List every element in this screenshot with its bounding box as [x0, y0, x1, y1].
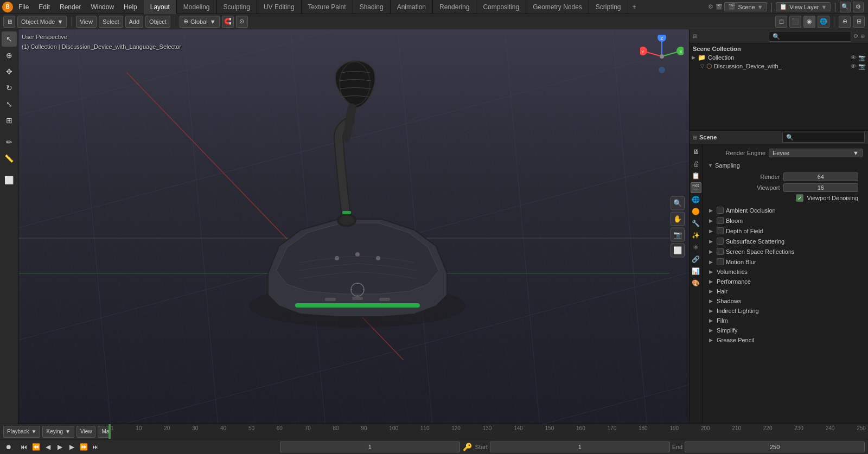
view-menu-btn[interactable]: View — [76, 16, 97, 28]
search-button[interactable]: 🔍 — [840, 2, 851, 12]
menu-help[interactable]: Help — [119, 2, 142, 12]
proportional-edit-btn[interactable]: ⊙ — [236, 16, 248, 28]
select-tool-btn[interactable]: ↖ — [2, 31, 17, 47]
gizmo-btn[interactable]: ⊞ — [853, 16, 865, 28]
world-props-icon[interactable]: 🌐 — [691, 194, 701, 205]
current-frame-input[interactable]: 1 — [280, 442, 460, 452]
film-section[interactable]: ▶ Film — [706, 316, 865, 325]
tab-texture-paint[interactable]: Texture Paint — [302, 0, 353, 14]
menu-file[interactable]: File — [14, 2, 33, 12]
outliner-item-collection[interactable]: ▶ 📁 Collection 👁 📷 — [690, 53, 868, 62]
render-props-icon[interactable]: 🖥 — [691, 146, 701, 157]
view-layer-props-icon[interactable]: 📋 — [691, 170, 701, 181]
data-props-icon[interactable]: 📊 — [691, 266, 701, 277]
filter-button[interactable]: ⚙ — [853, 2, 864, 12]
object-mode-dropdown[interactable]: Object Mode ▼ — [17, 16, 67, 28]
dof-section[interactable]: ▶ Depth of Field — [706, 226, 865, 236]
playback-dropdown[interactable]: Playback ▼ — [3, 426, 40, 438]
viewport-shading-solid[interactable]: ⬛ — [789, 16, 801, 28]
tab-sculpting[interactable]: Sculpting — [217, 0, 257, 14]
scene-props-icon[interactable]: 🎬 — [691, 182, 701, 193]
modifier-props-icon[interactable]: 🔧 — [691, 218, 701, 229]
collection-render-icon[interactable]: 📷 — [858, 54, 866, 61]
viewport-shading-render[interactable]: 🌐 — [818, 16, 829, 28]
stop-btn[interactable]: ⏺ — [3, 442, 14, 452]
outliner-search[interactable] — [769, 31, 851, 42]
step-forward-btn[interactable]: ▶ — [66, 442, 77, 452]
move-tool-btn[interactable]: ✥ — [2, 64, 17, 79]
view-layer-selector[interactable]: 📋 View Layer ▼ — [776, 2, 831, 11]
sss-checkbox[interactable] — [717, 238, 724, 245]
object-props-icon[interactable]: 🟠 — [691, 206, 701, 217]
simplify-section[interactable]: ▶ Simplify — [706, 325, 865, 335]
jump-prev-keyframe-btn[interactable]: ⏪ — [30, 442, 41, 452]
indirect-lighting-section[interactable]: ▶ Indirect Lighting — [706, 306, 865, 316]
viewport-samples-input[interactable]: 16 — [783, 183, 859, 192]
hair-section[interactable]: ▶ Hair — [706, 286, 865, 296]
play-btn[interactable]: ▶ — [54, 442, 65, 452]
menu-render[interactable]: Render — [55, 2, 85, 12]
tab-uv-editing[interactable]: UV Editing — [257, 0, 302, 14]
tab-rendering[interactable]: Rendering — [433, 0, 476, 14]
particle-props-icon[interactable]: ✨ — [691, 230, 701, 241]
cursor-tool-btn[interactable]: ⊕ — [2, 48, 17, 63]
constraint-props-icon[interactable]: 🔗 — [691, 254, 701, 265]
tab-modeling[interactable]: Modeling — [177, 0, 217, 14]
add-workspace-button[interactable]: + — [628, 0, 641, 14]
transform-space-dropdown[interactable]: ⊕ Global ▼ — [180, 16, 220, 28]
sampling-section-header[interactable]: ▼ Sampling — [706, 161, 865, 170]
camera-view-btn[interactable]: 📷 — [671, 227, 685, 241]
motion-blur-section[interactable]: ▶ Motion Blur — [706, 257, 865, 267]
dof-checkbox[interactable] — [717, 227, 724, 234]
end-frame-input[interactable]: 250 — [685, 442, 865, 452]
keying-dropdown[interactable]: Keying ▼ — [42, 426, 74, 438]
device-view-icon[interactable]: 👁 — [851, 63, 857, 70]
viewport-shading-material[interactable]: ◉ — [803, 16, 815, 28]
render-samples-input[interactable]: 64 — [783, 172, 859, 181]
menu-edit[interactable]: Edit — [34, 2, 54, 12]
ambient-occlusion-section[interactable]: ▶ Ambient Occlusion — [706, 205, 865, 215]
viewport-shading-wire[interactable]: ◻ — [775, 16, 787, 28]
zoom-in-btn[interactable]: 🔍 — [671, 196, 685, 210]
ao-checkbox[interactable] — [717, 207, 724, 214]
scale-tool-btn[interactable]: ⤡ — [2, 97, 17, 112]
tab-compositing[interactable]: Compositing — [476, 0, 526, 14]
ortho-perspective-btn[interactable]: ⬜ — [671, 243, 685, 257]
annotate-btn[interactable]: ✏ — [2, 135, 17, 150]
output-props-icon[interactable]: 🖨 — [691, 158, 701, 169]
rotate-tool-btn[interactable]: ↻ — [2, 80, 17, 95]
device-render-icon[interactable]: 📷 — [858, 63, 866, 70]
snap-btn[interactable]: 🧲 — [222, 16, 234, 28]
jump-next-keyframe-btn[interactable]: ⏩ — [78, 442, 89, 452]
bloom-checkbox[interactable] — [717, 217, 724, 224]
start-frame-input[interactable]: 1 — [490, 442, 670, 452]
tab-scripting[interactable]: Scripting — [589, 0, 628, 14]
scene-selector[interactable]: 🎬 Scene ▼ — [724, 2, 767, 11]
material-props-icon[interactable]: 🎨 — [691, 278, 701, 289]
tab-layout[interactable]: Layout — [144, 0, 177, 14]
mb-checkbox[interactable] — [717, 258, 724, 265]
tab-shading[interactable]: Shading — [353, 0, 391, 14]
ssr-section[interactable]: ▶ Screen Space Reflections — [706, 246, 865, 257]
collection-view-icon[interactable]: 👁 — [851, 54, 857, 61]
viewport-denoising-checkbox[interactable]: ✓ — [796, 194, 803, 202]
performance-section[interactable]: ▶ Performance — [706, 277, 865, 286]
grease-pencil-section[interactable]: ▶ Grease Pencil — [706, 335, 865, 345]
viewport-3d[interactable]: User Perspective (1) Collection | Discus… — [18, 29, 689, 424]
object-menu-btn[interactable]: Object — [145, 16, 170, 28]
tab-animation[interactable]: Animation — [391, 0, 433, 14]
overlay-btn[interactable]: ⊕ — [839, 16, 851, 28]
timeline-track-area[interactable]: 1102030405060708090 10011012013014015016… — [108, 424, 868, 439]
measure-btn[interactable]: 📏 — [2, 151, 17, 166]
step-back-btn[interactable]: ◀ — [42, 442, 53, 452]
view-timeline-dropdown[interactable]: View — [76, 426, 96, 438]
pan-btn[interactable]: ✋ — [671, 212, 685, 226]
add-menu-btn[interactable]: Add — [125, 16, 144, 28]
render-engine-dropdown[interactable]: Eevee ▼ — [769, 149, 863, 157]
sss-section[interactable]: ▶ Subsurface Scattering — [706, 236, 865, 246]
shadows-section[interactable]: ▶ Shadows — [706, 296, 865, 306]
add-cube-btn[interactable]: ⬜ — [2, 172, 17, 188]
navigation-gizmo[interactable]: Z X Y — [640, 35, 684, 78]
properties-search[interactable] — [782, 132, 865, 143]
bloom-section[interactable]: ▶ Bloom — [706, 215, 865, 226]
